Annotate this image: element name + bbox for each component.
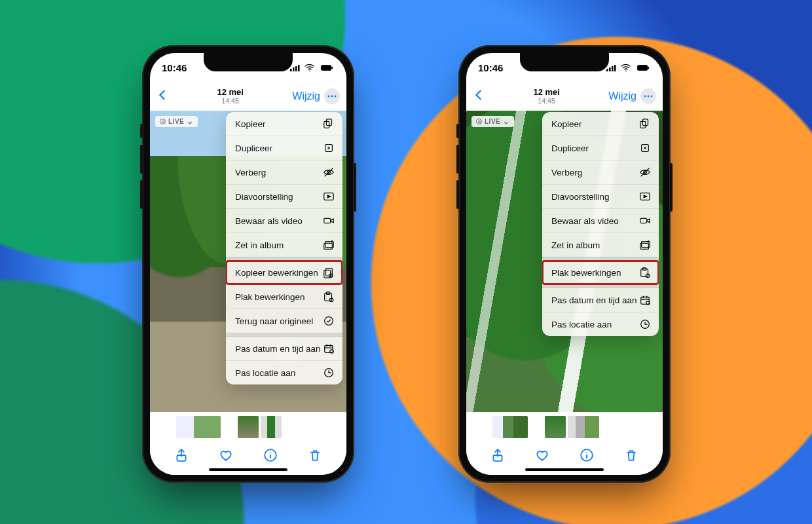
phone-screen: 10:46 12 mei 14:45 Wijzig [466, 53, 663, 475]
duplicate-icon [639, 142, 651, 154]
chevron-down-icon [187, 119, 193, 125]
menu-item-label: Pas datum en tijd aan [235, 344, 321, 354]
notch [204, 53, 293, 71]
delete-button[interactable] [308, 448, 322, 465]
thumbnail[interactable] [545, 416, 566, 438]
eye-slash-icon [639, 166, 651, 178]
mute-switch [456, 124, 459, 138]
favorite-button[interactable] [219, 448, 233, 465]
location-icon [323, 367, 335, 379]
menu-item-label: Plak bewerkingen [551, 268, 621, 278]
home-indicator[interactable] [209, 468, 287, 471]
battery-icon [319, 64, 335, 72]
more-button[interactable] [324, 88, 340, 104]
thumbnail[interactable] [238, 416, 259, 438]
menu-item-edits-copy[interactable]: Kopieer bewerkingen [226, 261, 342, 284]
more-button[interactable] [640, 88, 656, 104]
menu-item-calendar[interactable]: Pas datum en tijd aan [226, 337, 342, 360]
phone-mockup-right: 10:46 12 mei 14:45 Wijzig [458, 45, 671, 483]
edits-copy-icon [323, 267, 335, 278]
phone-mockup-left: 10:46 12 mei 14:45 Wijzig [142, 45, 354, 483]
menu-item-copy[interactable]: Kopieer [542, 112, 659, 136]
edit-button[interactable]: Wijzig [608, 90, 637, 102]
info-button[interactable] [580, 448, 594, 465]
thumbnail-strip[interactable] [150, 412, 346, 442]
menu-item-duplicate[interactable]: Dupliceer [226, 136, 342, 160]
menu-item-eye-slash[interactable]: Verberg [226, 160, 342, 184]
menu-item-edits-paste[interactable]: Plak bewerkingen [542, 261, 659, 284]
context-menu: KopieerDupliceerVerbergDiavoorstellingBe… [226, 112, 342, 384]
battery-icon [635, 64, 651, 72]
edits-paste-icon [323, 291, 335, 303]
menu-item-label: Bewaar als video [551, 216, 619, 226]
menu-item-revert[interactable]: Terug naar origineel [226, 309, 342, 333]
nav-header: 12 mei 14:45 Wijzig [466, 82, 663, 111]
menu-item-label: Kopieer [551, 119, 582, 129]
thumbnail[interactable] [568, 416, 599, 438]
menu-item-calendar[interactable]: Pas datum en tijd aan [542, 288, 659, 312]
edits-paste-icon [639, 267, 651, 278]
volume-down-button [140, 180, 143, 209]
menu-item-label: Diavoorstelling [551, 192, 610, 202]
live-photo-badge[interactable]: LIVE [155, 116, 198, 127]
chevron-down-icon [503, 119, 509, 125]
live-photo-badge[interactable]: LIVE [471, 116, 514, 127]
play-rect-icon [639, 191, 651, 202]
volume-up-button [456, 145, 459, 174]
album-add-icon [323, 239, 335, 251]
menu-item-label: Dupliceer [551, 143, 589, 153]
context-menu: KopieerDupliceerVerbergDiavoorstellingBe… [542, 112, 659, 336]
home-indicator[interactable] [525, 468, 604, 471]
menu-item-copy[interactable]: Kopieer [226, 112, 342, 136]
menu-item-label: Plak bewerkingen [235, 292, 305, 302]
menu-item-play-rect[interactable]: Diavoorstelling [542, 184, 659, 208]
menu-item-label: Verberg [551, 168, 582, 178]
duplicate-icon [323, 142, 335, 154]
photo-time: 14:45 [485, 97, 608, 105]
power-button [670, 163, 673, 212]
menu-item-play-rect[interactable]: Diavoorstelling [226, 184, 342, 208]
photo-date: 12 mei [168, 88, 292, 98]
menu-item-label: Zet in album [551, 240, 600, 250]
menu-item-duplicate[interactable]: Dupliceer [542, 136, 659, 160]
mute-switch [140, 124, 143, 138]
thumbnail[interactable] [492, 416, 528, 438]
album-add-icon [639, 239, 651, 251]
menu-item-label: Pas datum en tijd aan [551, 295, 637, 305]
thumbnail[interactable] [176, 416, 221, 438]
menu-item-edits-paste[interactable]: Plak bewerkingen [226, 284, 342, 309]
menu-item-album-add[interactable]: Zet in album [226, 233, 342, 257]
favorite-button[interactable] [535, 448, 549, 465]
photo-time: 14:45 [168, 97, 292, 105]
menu-item-eye-slash[interactable]: Verberg [542, 160, 659, 184]
menu-item-video[interactable]: Bewaar als video [226, 208, 342, 233]
info-button[interactable] [263, 448, 278, 465]
live-icon [476, 119, 482, 124]
menu-item-label: Pas locatie aan [235, 368, 295, 378]
thumbnail[interactable] [261, 416, 282, 438]
volume-up-button [140, 145, 143, 174]
back-button[interactable] [473, 88, 485, 104]
thumbnail-gap [223, 416, 236, 438]
volume-down-button [456, 180, 459, 209]
stage-background: 10:46 12 mei 14:45 Wijzig [0, 0, 812, 524]
menu-item-video[interactable]: Bewaar als video [542, 208, 659, 233]
photo-date: 12 mei [485, 88, 608, 98]
back-button[interactable] [157, 88, 168, 104]
thumbnail-gap [530, 416, 543, 438]
share-button[interactable] [490, 448, 505, 465]
menu-item-location[interactable]: Pas locatie aan [226, 360, 342, 384]
menu-item-label: Dupliceer [235, 143, 272, 153]
menu-item-location[interactable]: Pas locatie aan [542, 312, 659, 336]
calendar-icon [639, 294, 651, 306]
phone-screen: 10:46 12 mei 14:45 Wijzig [150, 53, 346, 475]
edit-button[interactable]: Wijzig [292, 90, 320, 102]
live-icon [160, 119, 166, 124]
status-time: 10:46 [162, 62, 201, 73]
menu-item-label: Zet in album [235, 240, 284, 250]
delete-button[interactable] [624, 448, 638, 465]
menu-item-label: Bewaar als video [235, 216, 303, 226]
share-button[interactable] [174, 448, 189, 465]
menu-item-album-add[interactable]: Zet in album [542, 233, 659, 257]
thumbnail-strip[interactable] [466, 412, 663, 442]
